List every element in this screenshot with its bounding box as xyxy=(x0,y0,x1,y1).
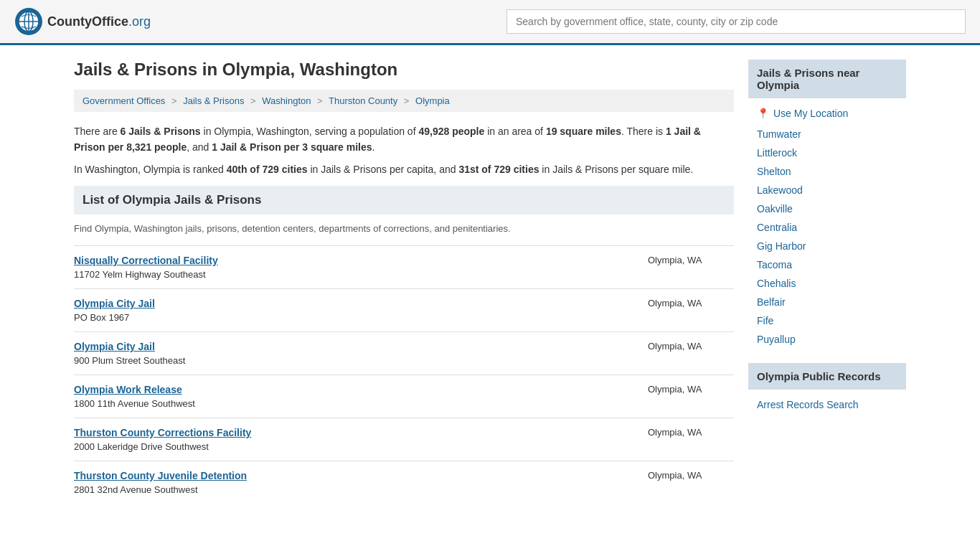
info-paragraph-1: There are 6 Jails & Prisons in Olympia, … xyxy=(74,123,734,156)
breadcrumb-sep-3: > xyxy=(317,95,323,106)
list-description: Find Olympia, Washington jails, prisons,… xyxy=(74,223,734,234)
sidebar-nearby-section: Jails & Prisons near Olympia 📍 Use My Lo… xyxy=(748,60,906,349)
facility-address: 11702 Yelm Highway Southeast xyxy=(74,269,218,280)
facility-name[interactable]: Thurston County Juvenile Detention xyxy=(74,470,247,481)
breadcrumb-sep-4: > xyxy=(404,95,410,106)
facility-address: 2000 Lakeridge Drive Southwest xyxy=(74,441,251,452)
sidebar-city-belfair[interactable]: Belfair xyxy=(748,293,906,311)
facility-address: 900 Plum Street Southeast xyxy=(74,355,185,366)
sidebar-city-centralia[interactable]: Centralia xyxy=(748,218,906,237)
logo-area: CountyOffice.org xyxy=(14,7,151,36)
breadcrumb-link-thurston[interactable]: Thurston County xyxy=(329,95,397,106)
info-bold-area: 19 square miles xyxy=(546,126,621,137)
facility-name[interactable]: Olympia Work Release xyxy=(74,384,182,395)
facility-name[interactable]: Olympia City Jail xyxy=(74,298,155,309)
facility-city: Olympia, WA xyxy=(648,255,734,265)
facility-city: Olympia, WA xyxy=(648,384,734,395)
breadcrumb-link-olympia[interactable]: Olympia xyxy=(415,95,450,106)
facility-city: Olympia, WA xyxy=(648,427,734,438)
logo-text: CountyOffice.org xyxy=(47,14,151,29)
sidebar-city-lakewood[interactable]: Lakewood xyxy=(748,181,906,199)
content: Jails & Prisons in Olympia, Washington G… xyxy=(74,60,734,504)
facility-name[interactable]: Nisqually Correctional Facility xyxy=(74,255,218,266)
sidebar-public-records-title: Olympia Public Records xyxy=(748,363,906,390)
table-row: Olympia Work Release 1800 11th Avenue So… xyxy=(74,375,734,418)
info-bold-count: 6 Jails & Prisons xyxy=(121,126,201,137)
facility-city: Olympia, WA xyxy=(648,298,734,309)
use-location-label: Use My Location xyxy=(773,108,848,119)
sidebar-city-fife[interactable]: Fife xyxy=(748,311,906,330)
sidebar-city-puyallup[interactable]: Puyallup xyxy=(748,330,906,349)
breadcrumb-link-wa[interactable]: Washington xyxy=(262,95,311,106)
sidebar-nearby-title: Jails & Prisons near Olympia xyxy=(748,60,906,98)
facility-city: Olympia, WA xyxy=(648,470,734,481)
facility-address: PO Box 1967 xyxy=(74,312,155,323)
logo-icon xyxy=(14,7,43,36)
sidebar-arrest-records-link[interactable]: Arrest Records Search xyxy=(748,395,906,414)
use-my-location-link[interactable]: 📍 Use My Location xyxy=(748,104,906,125)
page-title: Jails & Prisons in Olympia, Washington xyxy=(74,60,734,80)
main-wrapper: Jails & Prisons in Olympia, Washington G… xyxy=(60,45,920,518)
info-paragraph-2: In Washington, Olympia is ranked 40th of… xyxy=(74,161,734,177)
facilities-list: Nisqually Correctional Facility 11702 Ye… xyxy=(74,245,734,504)
facility-address: 1800 11th Avenue Southwest xyxy=(74,398,195,409)
sidebar-city-gigharbor[interactable]: Gig Harbor xyxy=(748,237,906,255)
search-input[interactable] xyxy=(507,9,966,34)
breadcrumb-link-jails[interactable]: Jails & Prisons xyxy=(183,95,244,106)
facility-address: 2801 32nd Avenue Southwest xyxy=(74,484,247,495)
table-row: Thurston County Corrections Facility 200… xyxy=(74,418,734,461)
table-row: Olympia City Jail PO Box 1967 Olympia, W… xyxy=(74,288,734,331)
search-bar[interactable] xyxy=(507,9,966,34)
location-icon: 📍 xyxy=(757,108,769,119)
info-bold-pop: 49,928 people xyxy=(418,126,484,137)
breadcrumb: Government Offices > Jails & Prisons > W… xyxy=(74,90,734,112)
sidebar-city-oakville[interactable]: Oakville xyxy=(748,199,906,218)
sidebar-city-chehalis[interactable]: Chehalis xyxy=(748,274,906,293)
info-bold-rank1: 40th of 729 cities xyxy=(227,164,308,175)
sidebar-city-tumwater[interactable]: Tumwater xyxy=(748,125,906,143)
table-row: Nisqually Correctional Facility 11702 Ye… xyxy=(74,245,734,288)
sidebar: Jails & Prisons near Olympia 📍 Use My Lo… xyxy=(748,60,906,504)
breadcrumb-sep-2: > xyxy=(250,95,256,106)
table-row: Olympia City Jail 900 Plum Street Southe… xyxy=(74,331,734,375)
facility-name[interactable]: Olympia City Jail xyxy=(74,341,155,352)
breadcrumb-link-gov[interactable]: Government Offices xyxy=(83,95,165,106)
info-bold-per-mile: 1 Jail & Prison per 3 square miles xyxy=(212,141,372,153)
facility-city: Olympia, WA xyxy=(648,341,734,352)
sidebar-city-shelton[interactable]: Shelton xyxy=(748,162,906,181)
header: CountyOffice.org xyxy=(0,0,980,45)
sidebar-city-tacoma[interactable]: Tacoma xyxy=(748,255,906,274)
table-row: Thurston County Juvenile Detention 2801 … xyxy=(74,461,734,504)
sidebar-city-littlerock[interactable]: Littlerock xyxy=(748,143,906,162)
breadcrumb-sep-1: > xyxy=(171,95,177,106)
list-header: List of Olympia Jails & Prisons xyxy=(74,186,734,215)
facility-name[interactable]: Thurston County Corrections Facility xyxy=(74,427,251,438)
list-heading: List of Olympia Jails & Prisons xyxy=(83,193,725,207)
info-bold-rank2: 31st of 729 cities xyxy=(458,164,539,175)
sidebar-public-records-section: Olympia Public Records Arrest Records Se… xyxy=(748,363,906,414)
info-text: There are 6 Jails & Prisons in Olympia, … xyxy=(74,123,734,177)
